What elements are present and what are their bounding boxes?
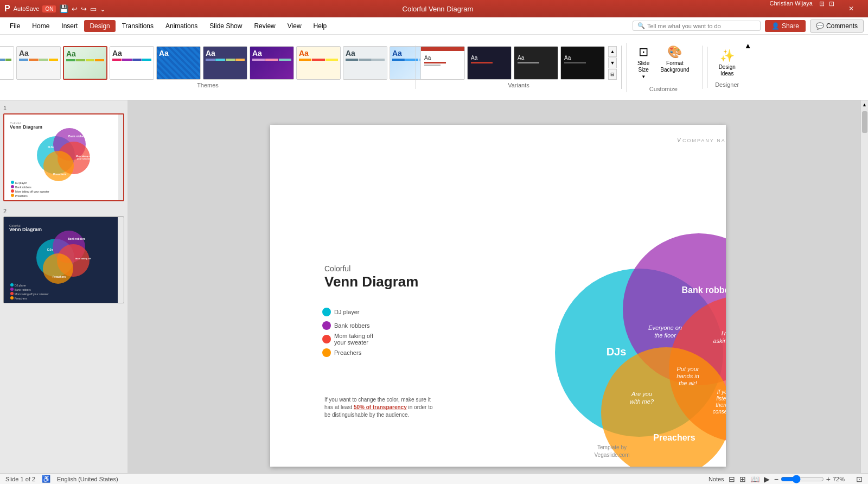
undo-icon[interactable]: ↩ bbox=[72, 5, 78, 13]
accessibility-icon[interactable]: ♿ bbox=[42, 475, 50, 483]
variants-scroll-down[interactable]: ▼ bbox=[608, 58, 617, 68]
menu-review[interactable]: Review bbox=[248, 20, 280, 32]
designer-label: Designer bbox=[715, 81, 739, 88]
theme-5[interactable]: Aa bbox=[156, 46, 201, 80]
divider-2 bbox=[621, 46, 622, 89]
svg-text:Bank robbers: Bank robbers bbox=[681, 285, 726, 295]
window-restore-icon[interactable]: ⊡ bbox=[829, 0, 834, 17]
scroll-thumb[interactable] bbox=[862, 111, 867, 133]
theme-2[interactable]: Aa bbox=[16, 46, 61, 80]
variant-1[interactable]: Aa bbox=[420, 46, 465, 80]
svg-text:asking twice!: asking twice! bbox=[713, 337, 725, 344]
slideshow-icon[interactable]: ▶ bbox=[764, 475, 770, 483]
menu-bar: File Home Insert Design Transitions Anim… bbox=[0, 17, 868, 35]
theme-7[interactable]: Aa bbox=[250, 46, 294, 80]
zoom-slider[interactable] bbox=[781, 476, 824, 482]
zoom-level[interactable]: 72% bbox=[833, 476, 852, 482]
window-settings-icon[interactable]: ⊟ bbox=[819, 0, 825, 17]
variant-4-preview: Aa bbox=[561, 47, 605, 80]
svg-text:Colorful: Colorful bbox=[324, 264, 350, 273]
variant-2[interactable]: Aa bbox=[467, 46, 512, 80]
variant-3[interactable]: Aa bbox=[514, 46, 558, 80]
menu-file[interactable]: File bbox=[4, 20, 25, 32]
divider-3 bbox=[703, 46, 703, 89]
svg-text:DJs: DJs bbox=[48, 145, 54, 149]
svg-text:Mom taking off your sweater: Mom taking off your sweater bbox=[15, 190, 49, 193]
variants-scroll-up[interactable]: ▲ bbox=[608, 46, 617, 57]
svg-text:Preachers: Preachers bbox=[653, 433, 695, 442]
share-icon: 👤 bbox=[771, 22, 780, 30]
slide-size-button[interactable]: ⊡ SlideSize ▼ bbox=[633, 43, 654, 81]
reading-view-icon[interactable]: 📖 bbox=[750, 475, 760, 483]
svg-point-28 bbox=[11, 185, 14, 188]
slide-size-label: SlideSize bbox=[637, 60, 649, 73]
menu-insert[interactable]: Insert bbox=[56, 20, 83, 32]
svg-text:has at least 50% of transparen: has at least 50% of transparency in orde… bbox=[324, 404, 433, 410]
menu-animations[interactable]: Animations bbox=[160, 20, 203, 32]
menu-transitions[interactable]: Transitions bbox=[117, 20, 159, 32]
svg-text:Template by: Template by bbox=[597, 444, 627, 450]
normal-view-icon[interactable]: ⊟ bbox=[729, 475, 735, 483]
zoom-out-button[interactable]: − bbox=[774, 475, 778, 483]
design-ideas-label: DesignIdeas bbox=[719, 64, 736, 77]
menu-design[interactable]: Design bbox=[84, 20, 115, 32]
svg-rect-7 bbox=[471, 62, 493, 63]
svg-text:I'm not: I'm not bbox=[721, 330, 725, 336]
svg-point-62 bbox=[322, 335, 331, 343]
design-ideas-icon: ✨ bbox=[720, 49, 735, 63]
svg-point-49 bbox=[10, 292, 14, 295]
zoom-in-button[interactable]: + bbox=[826, 475, 831, 483]
svg-text:consequences: consequences bbox=[712, 409, 725, 415]
svg-text:If you want to change the colo: If you want to change the color, make su… bbox=[324, 397, 431, 403]
fit-slide-button[interactable]: ⊡ bbox=[856, 475, 863, 483]
svg-rect-4 bbox=[424, 65, 441, 66]
themes-grid: Aa Aa bbox=[0, 46, 446, 80]
present-icon[interactable]: ▭ bbox=[90, 5, 97, 13]
svg-text:your sweater: your sweater bbox=[77, 157, 91, 160]
variant-3-preview: Aa bbox=[514, 47, 558, 80]
close-button[interactable]: ✕ bbox=[839, 0, 864, 17]
search-input[interactable] bbox=[647, 23, 756, 29]
menu-slideshow[interactable]: Slide Show bbox=[204, 20, 247, 32]
ribbon-collapse-button[interactable]: ▲ bbox=[742, 39, 754, 52]
theme-office[interactable]: Aa bbox=[0, 46, 14, 80]
scroll-up-button[interactable]: ▲ bbox=[860, 100, 868, 109]
svg-rect-1 bbox=[421, 47, 465, 51]
notes-button[interactable]: Notes bbox=[709, 476, 724, 482]
share-button[interactable]: 👤 Share bbox=[765, 20, 806, 32]
slide-sorter-icon[interactable]: ⊞ bbox=[739, 475, 746, 483]
variant-4[interactable]: Aa bbox=[560, 46, 605, 80]
theme-8[interactable]: Aa bbox=[296, 46, 341, 80]
format-background-button[interactable]: 🎨 FormatBackground bbox=[656, 43, 693, 81]
svg-point-26 bbox=[11, 181, 14, 184]
save-icon[interactable]: 💾 bbox=[59, 4, 68, 13]
slide-thumbnail-2[interactable]: 2 Colorful Venn Diagram DJs Bank r bbox=[3, 208, 124, 303]
svg-text:Venn Diagram: Venn Diagram bbox=[10, 124, 42, 130]
svg-text:Vegaslide.com: Vegaslide.com bbox=[594, 452, 629, 458]
redo-icon[interactable]: ↪ bbox=[81, 5, 87, 13]
svg-point-32 bbox=[11, 194, 14, 197]
menu-view[interactable]: View bbox=[282, 20, 307, 32]
theme-3-active[interactable]: Aa bbox=[63, 46, 107, 80]
svg-text:Aa: Aa bbox=[471, 55, 478, 61]
qs-dropdown[interactable]: ⌄ bbox=[100, 5, 106, 13]
autosave-badge[interactable]: ON bbox=[42, 5, 56, 12]
menu-help[interactable]: Help bbox=[308, 20, 333, 32]
svg-text:Venn Diagram: Venn Diagram bbox=[9, 227, 42, 232]
variants-scroll-more[interactable]: ⊟ bbox=[608, 69, 617, 80]
slide-thumbnail-1[interactable]: 1 Colorful Venn Diagram DJs bbox=[3, 105, 124, 201]
svg-text:DJs: DJs bbox=[606, 346, 626, 358]
design-ideas-button[interactable]: ✨ DesignIdeas bbox=[714, 47, 740, 79]
vertical-scrollbar[interactable]: ▲ ▼ bbox=[860, 100, 868, 484]
theme-6[interactable]: Aa bbox=[203, 46, 247, 80]
titlebar-left: P AutoSave ON 💾 ↩ ↪ ▭ ⌄ bbox=[4, 4, 106, 14]
statusbar-right: Notes ⊟ ⊞ 📖 ▶ − + 72% ⊡ bbox=[709, 475, 863, 483]
theme-9[interactable]: Aa bbox=[343, 46, 387, 80]
user-name: Christian Wijaya bbox=[770, 0, 813, 17]
svg-text:Preachers: Preachers bbox=[334, 349, 362, 356]
theme-4[interactable]: Aa bbox=[110, 46, 154, 80]
zoom-control: − + 72% bbox=[774, 475, 852, 483]
comments-button[interactable]: 💬 Comments bbox=[810, 20, 864, 33]
slide-size-icon: ⊡ bbox=[639, 45, 648, 59]
menu-home[interactable]: Home bbox=[27, 20, 55, 32]
